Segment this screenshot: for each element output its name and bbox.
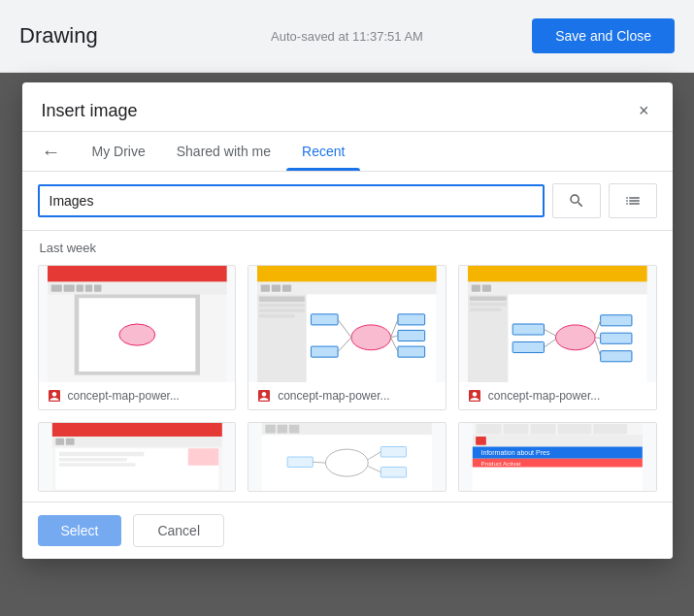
svg-rect-68	[278, 425, 288, 434]
svg-rect-35	[468, 266, 647, 282]
svg-point-44	[555, 325, 595, 350]
select-button[interactable]: Select	[38, 515, 122, 546]
svg-text:Information about Pres: Information about Pres	[480, 449, 549, 456]
svg-rect-27	[312, 314, 339, 325]
svg-rect-12	[257, 266, 437, 282]
svg-rect-73	[380, 468, 406, 478]
svg-rect-45	[600, 315, 631, 326]
svg-rect-72	[380, 447, 406, 458]
app-title: Drawing	[19, 23, 98, 49]
thumb-preview-1	[39, 266, 236, 382]
svg-rect-64	[187, 448, 218, 466]
tabs-row: ← My Drive Shared with me Recent	[22, 132, 673, 172]
thumbnail-item[interactable]: concept-map-power...	[38, 265, 237, 410]
svg-point-10	[118, 324, 154, 345]
tab-shared-with-me[interactable]: Shared with me	[161, 132, 286, 171]
back-arrow-icon[interactable]: ←	[42, 141, 61, 163]
svg-rect-58	[55, 438, 64, 445]
save-close-button[interactable]: Save and Close	[532, 18, 675, 53]
dialog-footer: Select Cancel	[22, 502, 673, 559]
dialog-overlay: Insert image × ← My Drive Shared with me…	[0, 73, 694, 616]
content-area: Last week	[22, 231, 673, 502]
thumb-preview-3	[459, 266, 656, 382]
file-icon-3	[467, 388, 482, 404]
svg-rect-80	[476, 424, 501, 435]
svg-rect-39	[468, 295, 509, 382]
svg-rect-25	[398, 330, 425, 340]
svg-rect-37	[472, 284, 480, 291]
svg-rect-15	[272, 284, 281, 291]
svg-rect-36	[468, 282, 647, 295]
svg-rect-74	[287, 457, 313, 468]
svg-rect-82	[530, 424, 555, 435]
search-area	[22, 172, 673, 231]
svg-rect-61	[58, 452, 144, 456]
thumbnail-item[interactable]	[248, 422, 446, 492]
search-button[interactable]	[552, 183, 601, 218]
svg-point-23	[351, 325, 391, 350]
list-view-button[interactable]	[609, 183, 657, 218]
svg-rect-59	[65, 438, 74, 445]
svg-rect-26	[398, 346, 425, 357]
svg-rect-67	[265, 425, 276, 434]
thumbnail-item[interactable]: concept-map-power...	[458, 265, 657, 410]
thumbnail-grid-top: concept-map-power...	[38, 265, 657, 410]
file-icon-1	[47, 388, 62, 404]
svg-rect-6	[84, 284, 91, 291]
thumb-preview-4	[39, 423, 236, 491]
file-icon-2	[256, 388, 272, 404]
svg-rect-63	[58, 463, 135, 467]
svg-rect-92	[476, 437, 484, 444]
svg-rect-40	[470, 296, 507, 301]
search-input-wrapper	[38, 184, 545, 217]
svg-rect-24	[398, 314, 425, 325]
search-input[interactable]	[50, 193, 533, 209]
thumbnail-item[interactable]: Information about Pres Product Activat	[458, 422, 657, 492]
svg-text:Product Activat: Product Activat	[480, 460, 520, 467]
svg-rect-69	[289, 425, 300, 434]
svg-rect-5	[76, 284, 83, 291]
close-icon[interactable]: ×	[635, 98, 653, 123]
thumb-filename-1: concept-map-power...	[39, 382, 236, 409]
svg-rect-16	[282, 284, 291, 291]
svg-rect-28	[312, 346, 339, 357]
tab-my-drive[interactable]: My Drive	[77, 132, 161, 171]
svg-rect-84	[593, 424, 627, 435]
thumb-preview-6: Information about Pres Product Activat	[459, 423, 656, 491]
filename-text-2: concept-map-power...	[278, 389, 389, 403]
top-bar: Drawing Auto-saved at 11:37:51 AM Save a…	[0, 0, 694, 73]
svg-rect-14	[261, 284, 270, 291]
dialog-title: Insert image	[42, 101, 138, 121]
insert-image-dialog: Insert image × ← My Drive Shared with me…	[22, 82, 673, 559]
svg-rect-20	[259, 308, 305, 312]
filename-text-3: concept-map-power...	[488, 389, 600, 403]
svg-rect-4	[63, 284, 74, 291]
filename-text-1: concept-map-power...	[68, 389, 180, 403]
svg-rect-7	[94, 284, 101, 291]
svg-rect-41	[470, 303, 507, 307]
svg-rect-49	[512, 341, 544, 352]
thumbnail-grid-bottom: Information about Pres Product Activat	[38, 422, 657, 492]
svg-rect-17	[257, 295, 307, 382]
thumb-filename-2: concept-map-power...	[248, 382, 446, 409]
thumbnail-item[interactable]	[38, 422, 237, 492]
svg-rect-47	[600, 351, 631, 362]
svg-rect-83	[557, 424, 591, 435]
svg-rect-3	[50, 284, 61, 291]
svg-rect-18	[259, 296, 305, 302]
svg-rect-46	[600, 333, 631, 343]
svg-rect-21	[259, 314, 295, 318]
search-icon	[568, 192, 585, 210]
svg-rect-48	[512, 324, 544, 335]
svg-rect-19	[259, 304, 305, 308]
section-label: Last week	[40, 241, 657, 255]
thumb-preview-5	[248, 423, 446, 491]
dialog-header: Insert image ×	[22, 82, 673, 132]
thumbnail-item[interactable]: concept-map-power...	[248, 265, 446, 410]
svg-rect-42	[470, 308, 501, 311]
svg-rect-62	[58, 458, 126, 462]
tab-recent[interactable]: Recent	[286, 132, 360, 171]
cancel-button[interactable]: Cancel	[133, 514, 224, 547]
svg-rect-56	[51, 423, 221, 437]
list-view-icon	[624, 192, 642, 210]
